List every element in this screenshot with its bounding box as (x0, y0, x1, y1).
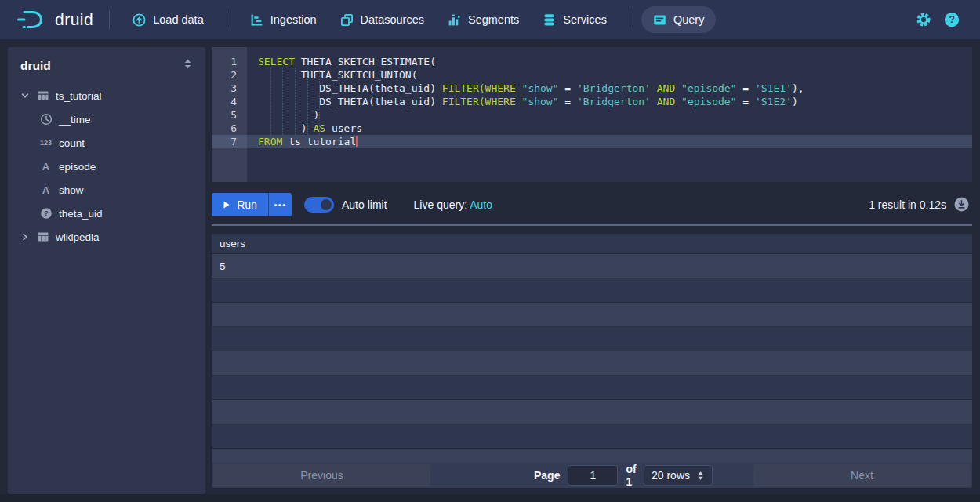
nav-label: Segments (468, 13, 519, 26)
nav-item-load-data[interactable]: Load data (121, 0, 216, 39)
nav-item-ingestion[interactable]: Ingestion (238, 0, 328, 39)
string-type-icon: A (39, 160, 53, 173)
table-row-empty (212, 351, 972, 376)
tree-label: show (59, 184, 84, 196)
line-number: 1 (212, 55, 247, 68)
top-navbar: druid Load data Ingestion Datasources Se… (0, 0, 980, 39)
tree-item-episode[interactable]: A episode (20, 155, 193, 178)
table-row-empty (212, 327, 972, 351)
numeric-type-icon: 123 (39, 136, 53, 150)
nav-item-datasources[interactable]: Datasources (328, 0, 436, 39)
cell-users: 5 (220, 260, 226, 272)
page-count-label: of 1 (626, 463, 644, 488)
svg-text:?: ? (949, 14, 955, 25)
table-row-empty (212, 449, 972, 463)
nav-item-services[interactable]: Services (531, 0, 619, 39)
page-size-value: 20 rows (652, 469, 690, 482)
druid-brand[interactable]: druid (11, 9, 98, 31)
druid-logo-icon (16, 9, 47, 31)
line-number: 4 (212, 95, 247, 108)
services-icon (543, 13, 556, 27)
tree-label: count (59, 137, 85, 149)
table-icon (36, 89, 49, 103)
nav-label: Ingestion (270, 13, 317, 26)
brand-name: druid (55, 10, 93, 29)
tree-label: wikipedia (56, 231, 100, 243)
tree-label: theta_uid (59, 208, 103, 220)
download-icon[interactable] (954, 197, 969, 212)
ingestion-icon (250, 13, 263, 27)
tree-label: __time (59, 114, 91, 126)
nav-label: Load data (153, 13, 204, 26)
table-row[interactable]: 5 (212, 254, 972, 278)
previous-page-button[interactable]: Previous (213, 464, 430, 486)
table-row-empty (212, 400, 972, 424)
page-label: Page (534, 469, 560, 482)
tree-item-ts-tutorial[interactable]: ts_tutorial (20, 84, 193, 107)
results-table: users 5 (212, 234, 972, 463)
schema-tree: ts_tutorial __time 123 count A episode A… (20, 84, 193, 249)
chevron-down-icon[interactable] (20, 91, 30, 100)
code-line[interactable]: 1 SELECT THETA_SKETCH_ESTIMATE( (212, 55, 972, 68)
upload-circle-icon (132, 13, 146, 27)
query-icon (653, 13, 666, 27)
code-line[interactable]: 2 THETA_SKETCH_UNION( (212, 68, 972, 82)
caret-double-icon (696, 471, 705, 481)
play-icon (223, 201, 230, 209)
page-size-select[interactable]: 20 rows (644, 465, 713, 486)
table-row-empty (212, 278, 972, 303)
code-line[interactable]: 5 ) (212, 108, 972, 122)
line-number: 6 (212, 122, 247, 135)
line-number: 5 (212, 108, 247, 122)
pagination-bar: Previous Page of 1 20 rows Next (212, 463, 972, 488)
segments-icon (448, 13, 461, 27)
auto-limit-toggle[interactable] (304, 197, 334, 213)
panel-divider[interactable] (212, 224, 972, 226)
code-line-active[interactable]: 7 FROM ts_tutorial (212, 135, 972, 148)
tree-item-wikipedia[interactable]: wikipedia (20, 225, 193, 249)
line-number: 3 (212, 82, 247, 95)
tree-item-theta-uid[interactable]: ? theta_uid (20, 202, 193, 225)
clock-icon (39, 113, 53, 126)
run-toolbar: Run ••• Auto limit Live query: Auto 1 re… (212, 191, 972, 217)
tree-label: ts_tutorial (56, 90, 102, 102)
code-line[interactable]: 6 ) AS users (212, 122, 972, 135)
result-summary: 1 result in 0.12s (869, 198, 946, 211)
query-view: 1 SELECT THETA_SKETCH_ESTIMATE( 2 THETA_… (212, 47, 972, 182)
tree-item-time[interactable]: __time (20, 107, 193, 131)
chevron-right-icon[interactable] (20, 232, 30, 242)
code-line[interactable]: 3 DS_THETA(theta_uid) FILTER(WHERE "show… (212, 82, 972, 95)
nav-label: Query (673, 13, 705, 26)
table-row-empty (212, 424, 972, 449)
sql-editor[interactable]: 1 SELECT THETA_SKETCH_ESTIMATE( 2 THETA_… (212, 47, 972, 182)
column-header-users[interactable]: users (212, 234, 972, 254)
live-query-label: Live query: Auto (414, 198, 492, 211)
table-row-empty (212, 303, 972, 327)
unknown-type-icon: ? (39, 207, 53, 220)
tree-item-show[interactable]: A show (20, 178, 193, 202)
nav-item-segments[interactable]: Segments (436, 0, 531, 39)
sort-icon[interactable] (183, 58, 193, 73)
gear-icon[interactable] (916, 12, 931, 27)
nav-label: Datasources (361, 13, 424, 26)
nav-item-query[interactable]: Query (641, 6, 717, 33)
page-number-input[interactable] (568, 465, 618, 486)
navbar-separator (227, 10, 227, 29)
bottom-edge (0, 494, 980, 502)
toggle-knob (321, 199, 332, 210)
tree-label: episode (59, 161, 96, 173)
schema-name: druid (20, 59, 51, 73)
text-cursor (356, 136, 358, 147)
help-icon[interactable]: ? (944, 12, 960, 27)
line-number: 2 (212, 68, 247, 82)
tree-item-count[interactable]: 123 count (20, 131, 193, 155)
table-row-empty (212, 376, 972, 400)
live-query-value[interactable]: Auto (470, 198, 492, 211)
navbar-separator (630, 10, 630, 29)
code-line[interactable]: 4 DS_THETA(theta_uid) FILTER(WHERE "show… (212, 95, 972, 108)
auto-limit-label: Auto limit (342, 198, 387, 211)
next-page-button[interactable]: Next (753, 464, 971, 486)
run-button[interactable]: Run (212, 193, 268, 216)
run-more-button[interactable]: ••• (268, 193, 292, 216)
line-number: 7 (212, 135, 247, 148)
